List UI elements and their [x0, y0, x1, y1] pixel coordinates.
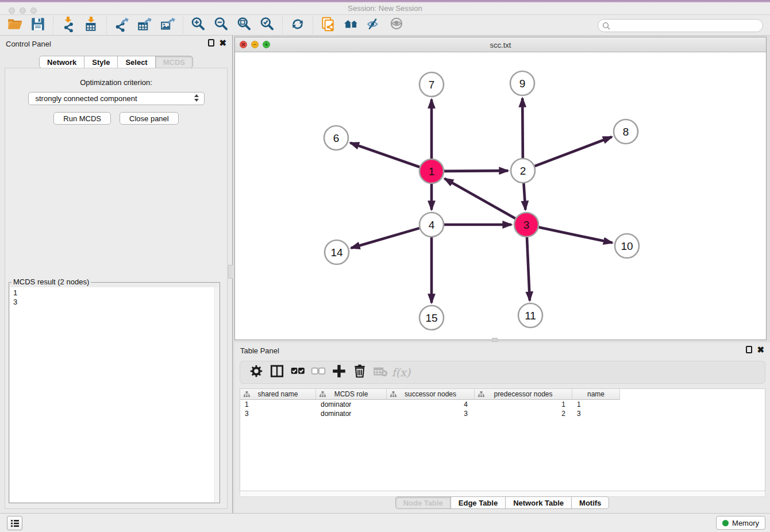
cell-predecessor-nodes[interactable]: 2 [475, 409, 572, 418]
tab-motifs[interactable]: Motifs [571, 496, 609, 509]
mcds-result-textarea[interactable]: 1 3 [10, 287, 219, 502]
table-panel: Table Panel ✖ f(x) shared nameMCDS roles… [234, 342, 770, 513]
graph-node-3[interactable]: 3 [514, 213, 538, 237]
optimization-criterion-label: Optimization criterion: [5, 78, 227, 87]
edge-4-14[interactable] [351, 228, 419, 248]
graph-node-15[interactable]: 15 [419, 306, 444, 330]
window-tint-strip [0, 0, 770, 2]
edge-3-11[interactable] [527, 237, 530, 300]
delete-columns-button[interactable] [349, 363, 370, 382]
apply-layout-button[interactable] [288, 16, 307, 34]
graph-node-7[interactable]: 7 [419, 72, 444, 97]
task-history-button[interactable] [7, 516, 22, 530]
tab-network[interactable]: Network [39, 56, 84, 68]
close-panel-icon[interactable]: ✖ [219, 39, 226, 47]
cell-shared-name[interactable]: 3 [240, 409, 316, 418]
graph-node-10[interactable]: 10 [615, 234, 639, 258]
search-box [598, 19, 763, 32]
vertical-splitter-handle[interactable] [228, 265, 233, 279]
split-panel-button[interactable] [267, 363, 287, 382]
first-neighbors-button[interactable] [341, 16, 361, 34]
hide-selected-button[interactable] [364, 16, 384, 34]
tab-edge-table[interactable]: Edge Table [451, 496, 506, 509]
column-header-successor-nodes[interactable]: successor nodes [387, 389, 475, 400]
result-scrollbar[interactable] [214, 287, 219, 502]
add-column-button[interactable] [329, 363, 349, 382]
edge-2-3[interactable] [523, 183, 525, 210]
column-header-predecessor-nodes[interactable]: predecessor nodes [475, 389, 572, 400]
export-image-button[interactable] [158, 16, 178, 34]
column-header-MCDS-role[interactable]: MCDS role [316, 389, 387, 400]
graph-node-1[interactable]: 1 [419, 159, 444, 183]
search-input[interactable] [610, 21, 763, 31]
horizontal-splitter-handle[interactable] [492, 338, 498, 342]
zoom-out-button[interactable] [211, 16, 231, 34]
graph-node-2[interactable]: 2 [511, 159, 535, 183]
graph-node-14[interactable]: 14 [325, 240, 349, 264]
edge-1-2[interactable] [444, 171, 508, 171]
tab-mcds[interactable]: MCDS [155, 56, 193, 68]
close-table-panel-icon[interactable]: ✖ [757, 346, 764, 353]
edge-1-6[interactable] [351, 143, 420, 167]
zoom-fit-button[interactable] [234, 16, 254, 34]
graph-node-8[interactable]: 8 [614, 119, 638, 144]
cell-successor-nodes[interactable]: 3 [387, 409, 475, 418]
table-row[interactable]: 3dominator323 [240, 409, 765, 418]
tab-style[interactable]: Style [84, 56, 118, 68]
criterion-dropdown[interactable]: strongly connected component [28, 92, 205, 105]
edge-3-1[interactable] [445, 179, 515, 218]
node-label: 14 [330, 246, 343, 259]
control-panel-tabs: NetworkStyleSelectMCDS [0, 56, 232, 68]
cell-MCDS-role[interactable]: dominator [316, 409, 387, 418]
table-row[interactable]: 1dominator411 [240, 400, 765, 409]
network-graph[interactable]: 7968124314101511 [235, 52, 766, 340]
graph-node-6[interactable]: 6 [324, 126, 348, 150]
delete-table-button [370, 363, 391, 382]
network-canvas[interactable]: 7968124314101511 [235, 52, 766, 340]
close-panel-button[interactable]: Close panel [120, 112, 179, 125]
table-panel-title: Table Panel [240, 346, 279, 355]
memory-button[interactable]: Memory [716, 516, 765, 530]
run-mcds-button[interactable]: Run MCDS [53, 112, 111, 125]
tab-node-table[interactable]: Node Table [395, 496, 451, 509]
zoom-selected-button[interactable] [257, 16, 277, 34]
unselect-all-columns-button[interactable] [308, 363, 329, 382]
column-header-name[interactable]: name [572, 389, 620, 400]
float-panel-icon[interactable] [208, 39, 214, 47]
column-hierarchy-icon [319, 391, 326, 397]
mcds-tab-content: Optimization criterion: strongly connect… [5, 68, 228, 509]
cell-successor-nodes[interactable]: 4 [387, 400, 475, 409]
tab-select[interactable]: Select [117, 56, 155, 68]
cell-MCDS-role[interactable]: dominator [316, 400, 387, 409]
graph-node-9[interactable]: 9 [510, 71, 534, 95]
node-table[interactable]: shared nameMCDS rolesuccessor nodesprede… [240, 388, 765, 491]
open-session-button[interactable] [5, 16, 25, 34]
network-window-titlebar[interactable]: ✕ − + scc.txt [235, 37, 766, 52]
cell-predecessor-nodes[interactable]: 1 [475, 400, 572, 409]
cell-name[interactable]: 1 [572, 400, 620, 409]
tab-network-table[interactable]: Network Table [505, 496, 572, 509]
graph-node-4[interactable]: 4 [419, 213, 444, 237]
import-table-button[interactable] [82, 16, 101, 34]
criterion-dropdown-value: strongly connected component [36, 94, 137, 103]
export-table-button[interactable] [135, 16, 155, 34]
cell-name[interactable]: 3 [572, 409, 620, 418]
select-all-columns-button[interactable] [287, 363, 308, 382]
status-bar: Memory [0, 513, 770, 532]
column-settings-gear-button[interactable] [246, 363, 267, 382]
import-network-button[interactable] [59, 16, 78, 34]
edge-2-9[interactable] [522, 98, 523, 158]
zoom-out-icon [213, 16, 229, 34]
clone-network-button[interactable] [318, 16, 338, 34]
graph-node-11[interactable]: 11 [518, 303, 542, 327]
edge-3-10[interactable] [539, 228, 613, 243]
edge-2-8[interactable] [535, 137, 612, 166]
show-all-button[interactable] [387, 16, 407, 34]
float-table-panel-icon[interactable] [746, 346, 752, 353]
node-label: 2 [520, 165, 526, 177]
column-header-shared-name[interactable]: shared name [240, 389, 316, 400]
zoom-in-button[interactable] [188, 16, 208, 34]
cell-shared-name[interactable]: 1 [240, 400, 316, 409]
export-network-button[interactable] [112, 16, 132, 34]
save-session-button[interactable] [28, 16, 48, 34]
